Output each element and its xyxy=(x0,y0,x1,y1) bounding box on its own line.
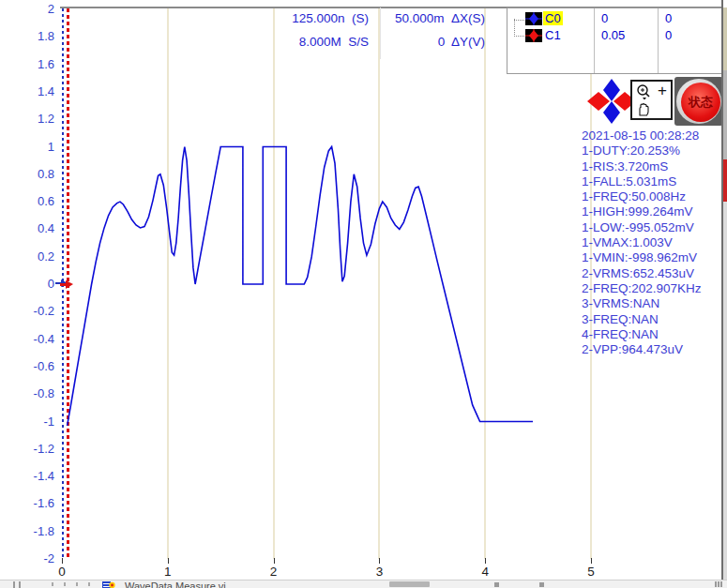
y-tick-label: -2 xyxy=(0,551,54,565)
y-tick-label: 1.2 xyxy=(0,112,54,126)
y-tick-label: 0.4 xyxy=(0,221,54,235)
y-tick-label: -1.4 xyxy=(0,469,54,483)
edge-strip xyxy=(723,70,727,159)
taskbar-dot xyxy=(76,582,78,586)
measurement-line: 3-VRMS:NAN xyxy=(582,296,724,311)
measurement-line: 4-FREQ:NAN xyxy=(582,327,724,342)
taskbar-mark xyxy=(494,582,499,587)
measurement-line: 1-HIGH:999.264mV xyxy=(582,204,724,219)
y-tick-label: -1 xyxy=(0,415,54,429)
taskbar: WaveData Measure.vi xyxy=(0,580,727,588)
cursor-c1-x-value[interactable]: 0.05 xyxy=(601,28,625,42)
taskbar-item[interactable] xyxy=(19,581,21,588)
delta-y-readout: 0 ΔY(V) xyxy=(375,35,485,49)
measurement-line: 2-FREQ:202.907KHz xyxy=(582,281,724,296)
measurement-line: 1-LOW:-995.052mV xyxy=(582,220,724,235)
status-button-ring: 状态 xyxy=(676,79,721,124)
y-tick-label: 1 xyxy=(0,140,54,154)
scrollbar-thumb[interactable] xyxy=(389,581,430,587)
cursor-c1-line[interactable] xyxy=(67,8,69,559)
status-button-label: 状态 xyxy=(689,94,713,111)
gridline xyxy=(378,8,380,559)
taskbar-window-title[interactable]: WaveData Measure.vi xyxy=(125,580,226,588)
edge-strip xyxy=(723,159,727,202)
measurement-line: 2-VPP:964.473uV xyxy=(582,342,724,357)
move-left-diamond-icon xyxy=(587,92,610,111)
status-button[interactable]: 状态 xyxy=(674,77,723,126)
sample-period-readout: 125.000n (S) xyxy=(235,11,369,25)
y-tick-label: 1.6 xyxy=(0,57,54,71)
cursor-table: C0 0 0 C1 0.05 0 xyxy=(507,8,724,74)
cursor-c0-y-value[interactable]: 0 xyxy=(665,11,672,25)
measurement-line: 3-FREQ:NAN xyxy=(582,312,724,327)
gridline xyxy=(484,8,486,559)
y-tick-label: 1.8 xyxy=(0,29,54,43)
edge-strip xyxy=(723,202,727,580)
cursor-row-c1-name[interactable]: C1 xyxy=(543,28,563,42)
measurement-line: 2-VRMS:652.453uV xyxy=(582,266,724,281)
readout-separator xyxy=(380,8,381,59)
cursor-row-c0-name[interactable]: C0 xyxy=(543,11,563,25)
resize-grip[interactable] xyxy=(718,581,719,587)
taskbar-mark xyxy=(539,582,544,587)
cursor-c1-icon[interactable] xyxy=(525,29,542,42)
zoom-tool-panel: + xyxy=(630,80,673,120)
status-button-red-lamp: 状态 xyxy=(681,83,720,122)
y-tick-label: -1.6 xyxy=(0,496,54,510)
y-tick-label: -0.8 xyxy=(0,386,54,400)
measurement-line: 1-FALL:5.031mS xyxy=(582,174,724,189)
cursor-c1-y-value[interactable]: 0 xyxy=(665,28,672,42)
x-tick-label: 3 xyxy=(367,565,391,579)
x-tick-label: 5 xyxy=(579,565,603,579)
move-down-diamond-icon xyxy=(603,101,620,124)
measurement-line: 1-FREQ:50.008Hz xyxy=(582,189,724,204)
cursor-c0-x-value[interactable]: 0 xyxy=(601,11,608,25)
y-tick-label: 0.8 xyxy=(0,167,54,181)
y-tick-label: 0.6 xyxy=(0,194,54,208)
measurement-line: 1-RIS:3.720mS xyxy=(582,159,724,174)
y-tick-label: -1.2 xyxy=(0,442,54,456)
gridline xyxy=(273,8,275,559)
y-tick-label: 1.4 xyxy=(0,84,54,98)
measurement-line: 1-VMIN:-998.962mV xyxy=(582,250,724,265)
cursor-c0-line[interactable] xyxy=(62,8,64,559)
y-tick-label: -0.4 xyxy=(0,332,54,346)
move-up-diamond-icon xyxy=(603,79,620,101)
measurement-line: 1-VMAX:1.003V xyxy=(582,235,724,250)
taskbar-dot xyxy=(52,582,53,586)
oscilloscope-app: { "header": { "sample_period": "125.000n… xyxy=(0,0,727,588)
zoom-crosshair-tool[interactable]: + xyxy=(658,82,667,100)
gridline xyxy=(167,8,169,559)
y-tick-label: -1.8 xyxy=(0,524,54,538)
sample-rate-readout: 8.000M S/S xyxy=(235,35,369,49)
y-tick-label: -0.6 xyxy=(0,359,54,373)
x-tick-mark xyxy=(168,558,169,564)
x-tick-label: 4 xyxy=(473,565,497,579)
x-tick-mark xyxy=(274,558,275,564)
waveform-trace xyxy=(68,147,533,426)
measurement-line: 1-DUTY:20.253% xyxy=(582,143,724,158)
delta-x-readout: 50.000m ΔX(S) xyxy=(375,11,485,25)
measurement-list: 2021-08-15 00:28:28 1-DUTY:20.253%1-RIS:… xyxy=(582,128,724,357)
taskbar-dot xyxy=(88,582,90,586)
x-tick-mark xyxy=(591,558,592,564)
y-tick-label: -0.2 xyxy=(0,304,54,318)
cursor-c0-icon[interactable] xyxy=(525,12,542,25)
x-tick-label: 1 xyxy=(156,565,180,579)
zoom-magnifier-icon[interactable] xyxy=(634,83,653,100)
y-tick-label: 2 xyxy=(0,2,54,16)
edge-strip xyxy=(723,8,727,70)
cursor-table-col-divider xyxy=(658,8,659,73)
x-tick-label: 0 xyxy=(50,565,74,579)
tree-branch xyxy=(514,19,524,37)
taskbar-item[interactable] xyxy=(13,581,15,588)
resize-grip[interactable] xyxy=(720,581,722,587)
y-tick-label: 0 xyxy=(0,277,54,291)
x-tick-mark xyxy=(379,558,380,564)
pan-hand-icon[interactable] xyxy=(636,102,651,117)
vi-app-icon[interactable] xyxy=(102,581,115,588)
taskbar-dot xyxy=(64,582,66,586)
resize-grip[interactable] xyxy=(715,581,717,587)
cursor-table-col-divider xyxy=(594,8,595,73)
y-tick-label: 0.2 xyxy=(0,249,54,264)
